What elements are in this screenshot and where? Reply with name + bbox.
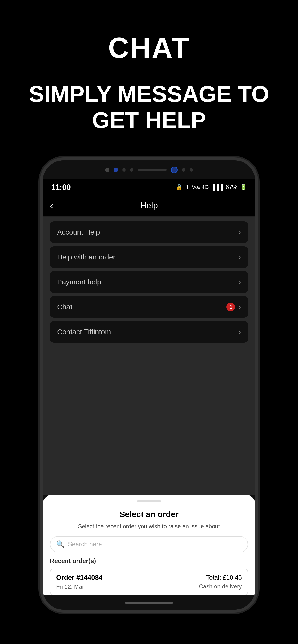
menu-item-help-order[interactable]: Help with an order › [50,246,248,268]
phone-bottom [43,595,255,610]
side-button [40,232,42,261]
menu-item-left: Help with an order [57,253,115,261]
menu-item-account-help[interactable]: Account Help › [50,222,248,243]
phone-frame: 11:00 🔒 ⬆ Vo₀ 4G ▐▐▐ 67% 🔋 ‹ Help Accoun… [40,158,258,612]
network-text: Vo₀ 4G [192,184,209,190]
menu-item-right: › [238,228,241,236]
notch-dot-3 [122,168,126,172]
menu-item-right: › [238,278,241,286]
order-info-left: Order #144084 Fri 12, Mar [56,574,102,590]
order-card[interactable]: Order #144084 Fri 12, Mar Total: £10.45 … [50,568,248,595]
notch-dot-6 [190,168,193,172]
order-info-right: Total: £10.45 Cash on delivery [199,574,242,590]
recent-orders-label: Recent order(s) [50,557,248,565]
order-date: Fri 12, Mar [56,584,102,590]
data-speed-icon: ⬆ [185,184,190,190]
menu-item-label-chat: Chat [57,303,72,311]
menu-item-contact[interactable]: Contact Tiffintom › [50,321,248,342]
order-payment: Cash on delivery [199,583,242,590]
chevron-icon-order: › [238,253,241,261]
phone-mockup: 11:00 🔒 ⬆ Vo₀ 4G ▐▐▐ 67% 🔋 ‹ Help Accoun… [40,158,258,612]
menu-item-right: › [238,253,241,261]
phone-notch [43,160,255,180]
battery-icon: 🔋 [240,184,247,190]
menu-list: Account Help › Help with an order › Paym… [43,216,255,348]
chevron-icon-chat: › [238,303,241,311]
menu-item-left: Chat [57,303,72,311]
order-total: Total: £10.45 [199,574,242,581]
notch-dot-2 [114,168,118,172]
status-bar: 11:00 🔒 ⬆ Vo₀ 4G ▐▐▐ 67% 🔋 [43,180,255,195]
menu-item-right: › [238,328,241,336]
menu-item-label-contact: Contact Tiffintom [57,328,111,336]
chevron-icon-payment: › [238,278,241,286]
notch-dot-1 [105,168,109,172]
app-header: ‹ Help [43,195,255,216]
menu-item-right: 1 › [226,302,241,311]
camera-dot [171,166,178,173]
notch-dot-4 [130,168,133,172]
menu-item-label-payment: Payment help [57,278,101,286]
search-placeholder: Search here... [68,540,107,548]
lock-icon: 🔒 [176,184,183,190]
header-title: Help [140,200,158,210]
search-icon: 🔍 [56,540,65,548]
page-subtitle: SIMPLY MESSAGE TO GET HELP [0,81,298,134]
menu-item-left: Account Help [57,228,100,236]
signal-icon: ▐▐▐ [211,184,223,190]
chat-badge: 1 [226,302,235,311]
sheet-title: Select an order [50,510,248,519]
chevron-icon-contact: › [238,328,241,336]
notch-bar [138,169,167,171]
battery-percent: 67% [226,184,237,190]
status-icons: 🔒 ⬆ Vo₀ 4G ▐▐▐ 67% 🔋 [176,184,247,190]
bottom-sheet: Select an order Select the recent order … [43,495,255,595]
back-button[interactable]: ‹ [50,200,53,211]
gray-background [43,348,255,495]
page-title: CHAT [108,31,190,64]
menu-item-label-account-help: Account Help [57,228,100,236]
sheet-subtitle: Select the recent order you wish to rais… [50,522,248,530]
menu-item-left: Contact Tiffintom [57,328,111,336]
order-number: Order #144084 [56,574,102,582]
notch-dot-5 [182,168,185,172]
search-box[interactable]: 🔍 Search here... [50,536,248,552]
home-indicator [125,602,173,604]
status-time: 11:00 [51,183,71,192]
menu-item-chat[interactable]: Chat 1 › [50,296,248,318]
menu-item-payment-help[interactable]: Payment help › [50,271,248,293]
menu-item-left: Payment help [57,278,101,286]
chevron-icon-account: › [238,228,241,236]
menu-item-label-help-order: Help with an order [57,253,115,261]
sheet-handle [137,500,161,502]
